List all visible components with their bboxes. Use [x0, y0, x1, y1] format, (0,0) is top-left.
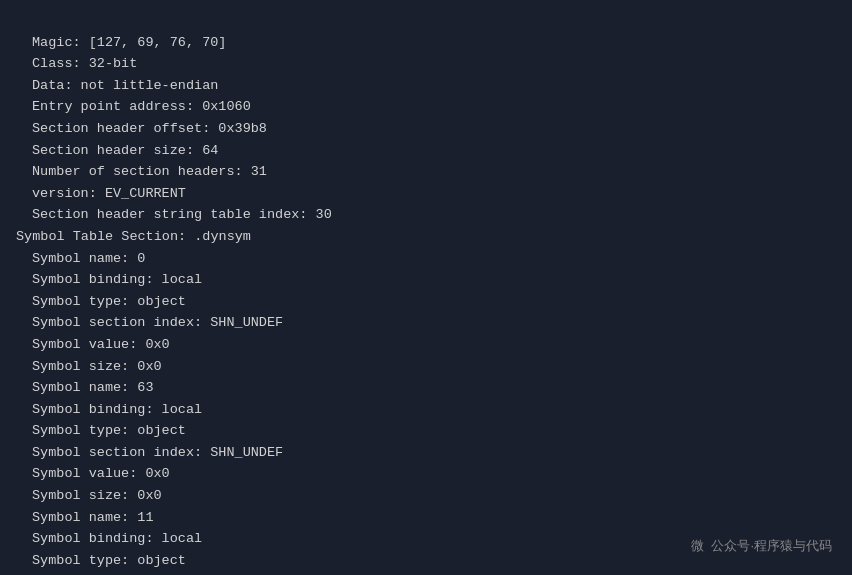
terminal-line: Symbol name: 0: [16, 248, 836, 270]
terminal-line: Symbol section index: SHN_UNDEF: [16, 442, 836, 464]
terminal-line: Section header size: 64: [16, 140, 836, 162]
terminal-line: Symbol binding: local: [16, 399, 836, 421]
terminal-line: Class: 32-bit: [16, 53, 836, 75]
terminal-line: Symbol size: 0x0: [16, 356, 836, 378]
terminal-line: Symbol name: 63: [16, 377, 836, 399]
terminal-output: Magic: [127, 69, 76, 70]Class: 32-bitDat…: [16, 10, 836, 571]
terminal-line: version: EV_CURRENT: [16, 183, 836, 205]
terminal-line: Symbol value: 0x0: [16, 334, 836, 356]
terminal-line: Symbol Table Section: .dynsym: [16, 226, 836, 248]
terminal-line: Number of section headers: 31: [16, 161, 836, 183]
terminal-line: Section header offset: 0x39b8: [16, 118, 836, 140]
watermark-text: 公众号·程序猿与代码: [711, 538, 832, 553]
terminal-line: Symbol binding: local: [16, 269, 836, 291]
terminal-line: Symbol type: object: [16, 291, 836, 313]
watermark-icon: 微: [691, 536, 704, 557]
terminal-line: Section header string table index: 30: [16, 204, 836, 226]
watermark: 微 公众号·程序猿与代码: [691, 536, 832, 557]
terminal-line: Symbol type: object: [16, 420, 836, 442]
terminal-line: Symbol section index: SHN_UNDEF: [16, 312, 836, 334]
terminal-line: Magic: [127, 69, 76, 70]: [16, 32, 836, 54]
terminal-line: Symbol value: 0x0: [16, 463, 836, 485]
terminal-line: Symbol size: 0x0: [16, 485, 836, 507]
terminal-line: Symbol name: 11: [16, 507, 836, 529]
terminal-line: Data: not little-endian: [16, 75, 836, 97]
terminal-line: Entry point address: 0x1060: [16, 96, 836, 118]
